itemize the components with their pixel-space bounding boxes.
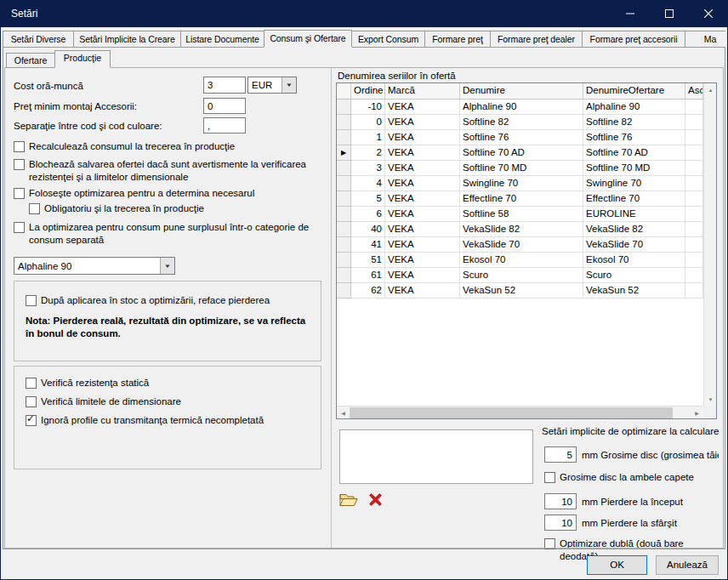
cell-denumire[interactable]: VekaSun 52 bbox=[460, 283, 583, 299]
tab-export-consum[interactable]: Export Consum bbox=[351, 31, 425, 48]
tab-productie[interactable]: Producţie bbox=[54, 50, 111, 68]
cell-ordine[interactable]: 1 bbox=[351, 130, 385, 145]
tab-consum-ofertare[interactable]: Consum şi Ofertare bbox=[264, 30, 352, 48]
cell-denumireofertare[interactable]: Softline 70 MD bbox=[583, 161, 685, 176]
cell-denumire[interactable]: Softline 76 bbox=[460, 130, 583, 145]
blade-thickness-input[interactable] bbox=[544, 446, 577, 463]
open-folder-button[interactable] bbox=[338, 491, 359, 508]
tab-setari-diverse[interactable]: Setări Diverse bbox=[3, 31, 74, 48]
cell-ordine[interactable]: 51 bbox=[351, 253, 385, 268]
cell-marca[interactable]: VEKA bbox=[385, 115, 460, 130]
cell-marca[interactable]: VEKA bbox=[385, 191, 460, 207]
cell-ordine[interactable]: 62 bbox=[351, 283, 385, 299]
cell-denumireofertare[interactable]: VekaSun 52 bbox=[583, 283, 685, 299]
cell-ascuns[interactable] bbox=[685, 222, 703, 237]
cell-denumireofertare[interactable]: Softline 70 AD bbox=[583, 145, 685, 161]
header-denumireofertare[interactable]: DenumireOfertare bbox=[583, 83, 685, 100]
row-selector[interactable]: ▶ bbox=[337, 145, 351, 161]
cell-marca[interactable]: VEKA bbox=[385, 268, 460, 283]
tab-clipped[interactable]: Ma bbox=[685, 31, 725, 48]
vertical-scrollbar[interactable]: ▲ ▼ bbox=[703, 83, 716, 406]
scroll-right-icon[interactable]: ▶ bbox=[691, 407, 703, 419]
tab-ofertare[interactable]: Ofertare bbox=[6, 53, 55, 68]
cell-denumire[interactable]: Alphaline 90 bbox=[460, 100, 583, 115]
table-row[interactable]: -10 VEKA Alphaline 90 Alphaline 90 bbox=[337, 100, 703, 115]
checkbox-both-ends[interactable]: Grosime disc la ambele capete bbox=[544, 471, 718, 484]
cell-marca[interactable]: VEKA bbox=[385, 130, 460, 145]
maximize-button[interactable] bbox=[650, 0, 689, 27]
cell-denumire[interactable]: Softline 82 bbox=[460, 115, 583, 130]
ok-button[interactable]: OK bbox=[587, 555, 647, 575]
header-marca[interactable]: Marcă bbox=[385, 83, 460, 100]
cell-denumireofertare[interactable]: EUROLINE bbox=[583, 207, 685, 222]
table-row[interactable]: 1 VEKA Softline 76 Softline 76 bbox=[337, 130, 703, 145]
cell-marca[interactable]: VEKA bbox=[385, 176, 460, 191]
close-button[interactable] bbox=[689, 0, 728, 27]
cell-ascuns[interactable] bbox=[685, 176, 703, 191]
table-row[interactable]: 5 VEKA Effectline 70 Effectline 70 bbox=[337, 191, 703, 207]
table-row[interactable]: 41 VEKA VekaSlide 70 VekaSlide 70 bbox=[337, 237, 703, 253]
cell-ascuns[interactable] bbox=[685, 237, 703, 253]
cell-ordine[interactable]: 0 bbox=[351, 115, 385, 130]
header-denumire[interactable]: Denumire bbox=[460, 83, 583, 100]
row-selector[interactable] bbox=[337, 130, 351, 145]
table-row[interactable]: 4 VEKA Swingline 70 Swingline 70 bbox=[337, 176, 703, 191]
checkbox-use-optimization[interactable]: Foloseşte optimizarea pentru a determina… bbox=[14, 187, 316, 200]
minimize-button[interactable] bbox=[611, 0, 650, 27]
cell-denumire[interactable]: VekaSlide 70 bbox=[460, 237, 583, 253]
cell-denumireofertare[interactable]: Scuro bbox=[583, 268, 685, 283]
header-ordine[interactable]: Ordine↓ bbox=[351, 83, 385, 100]
cell-denumire[interactable]: Ekosol 70 bbox=[460, 253, 583, 268]
cell-denumire[interactable]: Softline 70 AD bbox=[460, 145, 583, 161]
checkbox-recalc[interactable]: Recalculează consumul la trecerea în pro… bbox=[14, 140, 316, 153]
cell-denumireofertare[interactable]: Softline 76 bbox=[583, 130, 685, 145]
row-selector[interactable] bbox=[337, 253, 351, 268]
header-ascuns[interactable]: Ascun bbox=[685, 83, 703, 100]
checkbox-block-save[interactable]: Blochează salvarea ofertei dacă sunt ave… bbox=[14, 158, 320, 184]
row-selector[interactable] bbox=[337, 283, 351, 299]
cell-denumire[interactable]: Softline 70 MD bbox=[460, 161, 583, 176]
cell-ascuns[interactable] bbox=[685, 161, 703, 176]
cell-denumireofertare[interactable]: Ekosol 70 bbox=[583, 253, 685, 268]
header-selector[interactable] bbox=[337, 83, 351, 100]
table-row[interactable]: 6 VEKA Softline 58 EUROLINE bbox=[337, 207, 703, 222]
cell-marca[interactable]: VEKA bbox=[385, 207, 460, 222]
table-row[interactable]: 61 VEKA Scuro Scuro bbox=[337, 268, 703, 283]
cell-marca[interactable]: VEKA bbox=[385, 161, 460, 176]
cell-denumireofertare[interactable]: Effectline 70 bbox=[583, 191, 685, 207]
scroll-left-icon[interactable]: ◀ bbox=[337, 407, 350, 419]
cell-ascuns[interactable] bbox=[685, 145, 703, 161]
cell-ascuns[interactable] bbox=[685, 283, 703, 299]
checkbox-mandatory-production[interactable]: Obligatoriu şi la trecerea în producţie bbox=[29, 202, 318, 215]
cell-ascuns[interactable] bbox=[685, 207, 703, 222]
horizontal-scrollbar[interactable]: ◀ ▶ bbox=[337, 406, 703, 418]
cell-ordine[interactable]: 41 bbox=[351, 237, 385, 253]
hscrollbar-thumb[interactable] bbox=[350, 407, 673, 418]
cell-marca[interactable]: VEKA bbox=[385, 222, 460, 237]
cell-ordine[interactable]: 2 bbox=[351, 145, 385, 161]
scroll-down-icon[interactable]: ▼ bbox=[704, 393, 717, 406]
checkbox-dimension-limits[interactable]: Verifică limitele de dimensionare bbox=[26, 395, 315, 408]
separator-input[interactable] bbox=[203, 117, 246, 134]
cell-ascuns[interactable] bbox=[685, 115, 703, 130]
cell-ascuns[interactable] bbox=[685, 130, 703, 145]
table-row[interactable]: ▶ 2 VEKA Softline 70 AD Softline 70 AD bbox=[337, 145, 703, 161]
cell-marca[interactable]: VEKA bbox=[385, 253, 460, 268]
cell-ordine[interactable]: -10 bbox=[351, 100, 385, 115]
loss-start-input[interactable] bbox=[544, 493, 577, 509]
cell-ascuns[interactable] bbox=[685, 268, 703, 283]
delete-image-button[interactable] bbox=[365, 491, 385, 508]
row-selector[interactable] bbox=[337, 191, 351, 207]
cancel-button[interactable]: Anulează bbox=[656, 555, 719, 575]
table-row[interactable]: 62 VEKA VekaSun 52 VekaSun 52 bbox=[337, 283, 703, 299]
scroll-up-icon[interactable]: ▲ bbox=[704, 83, 717, 96]
table-row[interactable]: 3 VEKA Softline 70 MD Softline 70 MD bbox=[337, 161, 703, 176]
table-row[interactable]: 40 VEKA VekaSlide 82 VekaSlide 82 bbox=[337, 222, 703, 237]
tab-setari-implicite[interactable]: Setări Implicite la Creare bbox=[73, 31, 181, 48]
cell-denumireofertare[interactable]: Softline 82 bbox=[583, 115, 685, 130]
checkbox-static-resistance[interactable]: Verifică rezistenţa statică bbox=[26, 377, 315, 390]
cell-denumireofertare[interactable]: VekaSlide 70 bbox=[583, 237, 685, 253]
cell-marca[interactable]: VEKA bbox=[385, 237, 460, 253]
cell-denumireofertare[interactable]: Alphaline 90 bbox=[583, 100, 685, 115]
row-selector[interactable] bbox=[337, 222, 351, 237]
